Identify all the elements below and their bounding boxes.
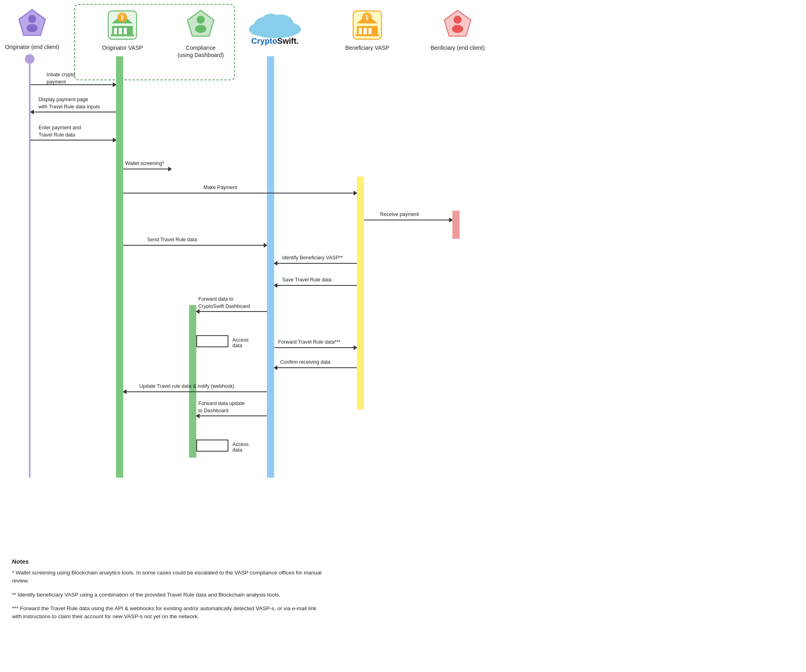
- svg-rect-6: [119, 28, 122, 34]
- msg-forward-update: Forward data updateto Dashboard: [196, 415, 267, 416]
- notes-title: Notes: [12, 558, 325, 565]
- note-3: *** Forward the Travel Rule data using t…: [12, 605, 325, 621]
- lifeline-originator: [29, 56, 31, 478]
- msg9-label: Save Travel Rule data: [282, 277, 332, 283]
- svg-rect-9: [111, 34, 134, 36]
- lifeline-beneficiary-vasp: [357, 177, 364, 409]
- msg10-label: Forward data toCryptoSwift Dashboard: [198, 296, 250, 310]
- msg2-line: [31, 112, 116, 112]
- msg7-label: Send Travel Rule data: [147, 237, 197, 242]
- actor-originator-vasp: ₿ Originator VASP: [94, 9, 151, 51]
- msg14-label: Update Travel rule data & notify (webhoo…: [139, 383, 234, 389]
- msg-send-travel-rule: Send Travel Rule data: [123, 245, 267, 246]
- compliance-label: Compliance(using Dashboard): [177, 44, 224, 59]
- actor-compliance: Compliance(using Dashboard): [173, 9, 229, 59]
- msg-forward-travel-rule: Forward Travel Rule data***: [274, 347, 357, 348]
- msg8-line: [274, 263, 357, 264]
- msg8-label: Identify Beneficiary VASP**: [282, 255, 343, 261]
- compliance-icon: [185, 9, 217, 41]
- msg7-line: [123, 245, 267, 246]
- beneficiary-vasp-icon: ₿: [351, 9, 383, 41]
- svg-point-13: [197, 16, 205, 24]
- msg12-line: [274, 347, 357, 348]
- msg-wallet-screening: Wallet screening*: [123, 169, 171, 169]
- svg-rect-22: [364, 28, 367, 34]
- msg15-line: [196, 415, 267, 416]
- msg11-label: Access data: [232, 337, 248, 348]
- msg5-line: [123, 193, 357, 193]
- lifeline-cryptoswift: [267, 56, 274, 478]
- msg13-label: Confirm receiving data: [280, 359, 330, 365]
- note-2: ** Identify beneficiary VASP using a com…: [12, 591, 325, 599]
- msg-confirm-receiving: Confirm receiving data: [274, 367, 357, 368]
- svg-point-1: [28, 15, 36, 23]
- svg-text:₿: ₿: [121, 14, 124, 20]
- msg9-line: [274, 285, 357, 286]
- msg-receive-payment: Receive payment: [364, 220, 452, 220]
- lifeline-originator-vasp: [116, 56, 123, 478]
- msg-access-data-1: Access data: [196, 335, 228, 347]
- actor-beneficiary: Benficiary (end client): [429, 9, 486, 51]
- svg-rect-21: [359, 28, 362, 34]
- notes-section: Notes * Wallet screening using Blockchai…: [12, 558, 325, 626]
- lifeline-originator-head: [25, 54, 35, 64]
- cryptoswift-actor: CryptoSwift.: [237, 7, 313, 46]
- originator-vasp-label: Originator VASP: [102, 44, 143, 51]
- msg-make-payment: Make Payment: [123, 193, 357, 193]
- msg6-line: [364, 220, 452, 220]
- svg-point-2: [26, 24, 38, 32]
- svg-rect-23: [368, 28, 372, 34]
- msg15-label: Forward data updateto Dashboard: [198, 400, 244, 414]
- svg-text:₿: ₿: [366, 14, 368, 20]
- cloud-icon: [243, 7, 307, 39]
- lifeline-beneficiary: [452, 211, 460, 239]
- actor-beneficiary-vasp: ₿ Beneficiary VASP: [339, 9, 395, 51]
- msg-save-travel-rule: Save Travel Rule data: [274, 285, 357, 286]
- originator-vasp-icon: ₿: [106, 9, 138, 41]
- msg-forward-to-dashboard: Forward data toCryptoSwift Dashboard: [196, 311, 267, 312]
- svg-rect-5: [114, 28, 117, 34]
- msg-identify-vasp: Identify Beneficiary VASP**: [274, 263, 357, 264]
- beneficiary-icon: [442, 9, 474, 41]
- msg4-line: [123, 169, 171, 169]
- msg11-box: [196, 335, 228, 347]
- originator-label: Originator (end client): [5, 43, 59, 51]
- svg-point-29: [454, 16, 462, 24]
- msg-access-data-2: Access data: [196, 440, 228, 452]
- msg-enter-payment: Enter payment andTravel Rule data: [31, 140, 116, 141]
- originator-icon: [16, 8, 48, 40]
- svg-point-14: [195, 25, 206, 33]
- msg16-label: Access data: [232, 442, 248, 453]
- msg13-line: [274, 367, 357, 368]
- msg4-label: Wallet screening*: [125, 161, 164, 166]
- note-1: * Wallet screening using Blockchain anal…: [12, 569, 325, 585]
- msg-display-payment: Display payment pagewith Travel Rule dat…: [31, 112, 116, 112]
- actor-originator: Originator (end client): [4, 8, 60, 51]
- msg1-label: Intiate cryptopayment: [47, 71, 75, 86]
- svg-point-30: [452, 25, 463, 33]
- svg-rect-7: [124, 28, 127, 34]
- msg14-line: [123, 391, 267, 392]
- svg-rect-25: [356, 34, 379, 36]
- beneficiary-label: Benficiary (end client): [431, 44, 485, 51]
- msg6-label: Receive payment: [380, 212, 419, 217]
- msg3-label: Enter payment andTravel Rule data: [39, 124, 81, 138]
- lifeline-compliance: [189, 305, 196, 458]
- sequence-diagram: Originator (end client) ₿ Originator VAS…: [0, 0, 806, 622]
- msg-update-notify: Update Travel rule data & notify (webhoo…: [123, 391, 267, 392]
- msg12-label: Forward Travel Rule data***: [278, 339, 340, 345]
- msg2-label: Display payment pagewith Travel Rule dat…: [39, 96, 100, 110]
- msg5-label: Make Payment: [204, 185, 237, 190]
- msg-initiate-payment: Intiate cryptopayment: [31, 84, 116, 85]
- msg3-line: [31, 140, 116, 141]
- svg-point-18: [261, 14, 281, 31]
- msg10-line: [196, 311, 267, 312]
- beneficiary-vasp-label: Beneficiary VASP: [345, 44, 389, 51]
- msg16-box: [196, 440, 228, 452]
